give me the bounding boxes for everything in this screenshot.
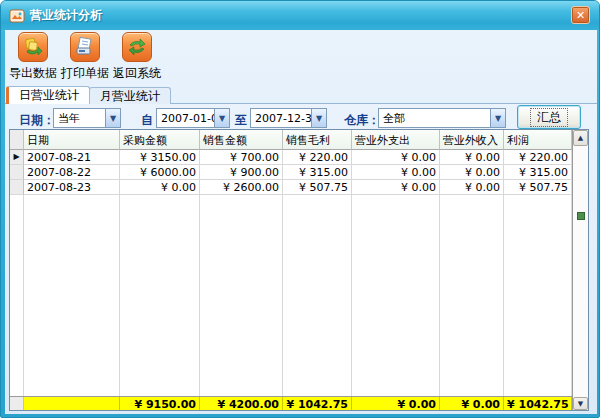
column-header[interactable]: 利润 <box>504 130 572 150</box>
empty-cell <box>120 195 200 396</box>
summary-cell: ¥ 9150.00 <box>120 397 200 410</box>
chevron-down-icon[interactable]: ▼ <box>311 109 326 127</box>
grid-cell[interactable]: 2007-08-21 <box>24 150 120 165</box>
summary-cell: ¥ 1042.75 <box>504 397 572 410</box>
grid-cell[interactable]: ¥ 0.00 <box>352 150 440 165</box>
export-data-icon <box>18 32 48 62</box>
from-date-value: 2007-01-01 <box>157 112 214 125</box>
export-data-label: 导出数据 <box>9 65 57 82</box>
vertical-scrollbar[interactable]: ▲ ▼ <box>572 130 588 410</box>
grid-cell[interactable]: ¥ 220.00 <box>504 150 572 165</box>
table-row[interactable]: 2007-08-22¥ 6000.00¥ 900.00¥ 315.00¥ 0.0… <box>10 165 572 180</box>
current-row-marker[interactable]: ▶ <box>10 150 24 165</box>
return-system-icon <box>122 32 152 62</box>
grid-cell[interactable]: ¥ 0.00 <box>352 180 440 195</box>
return-system-label: 返回系统 <box>113 65 161 82</box>
grid-cell[interactable]: ¥ 220.00 <box>283 150 352 165</box>
grid-cell[interactable]: ¥ 0.00 <box>120 180 200 195</box>
grid-cell[interactable]: ¥ 315.00 <box>504 165 572 180</box>
summary-cell <box>24 397 120 410</box>
return-system-button[interactable]: 返回系统 <box>113 32 161 84</box>
grid-cell[interactable]: ¥ 507.75 <box>504 180 572 195</box>
grid-cell[interactable]: ¥ 315.00 <box>283 165 352 180</box>
tab-monthly-statistics[interactable]: 月营业统计 <box>89 87 171 104</box>
column-header[interactable]: 销售毛利 <box>283 130 352 150</box>
summarize-button-label: 汇总 <box>531 109 567 126</box>
row-selector-header <box>10 130 24 150</box>
print-receipt-button[interactable]: 打印单据 <box>61 32 109 84</box>
empty-cell <box>440 195 504 396</box>
print-receipt-icon <box>70 32 100 62</box>
column-header[interactable]: 销售金额 <box>200 130 283 150</box>
column-header[interactable]: 营业外收入 <box>440 130 504 150</box>
grid-cell[interactable]: ¥ 2600.00 <box>200 180 283 195</box>
grid-header-row: 日期采购金额销售金额销售毛利营业外支出营业外收入利润 <box>10 130 572 150</box>
empty-cell <box>352 195 440 396</box>
column-header[interactable]: 营业外支出 <box>352 130 440 150</box>
empty-cell <box>504 195 572 396</box>
window-title: 营业统计分析 <box>30 7 102 24</box>
summary-row: ¥ 9150.00¥ 4200.00¥ 1042.75¥ 0.00¥ 0.00¥… <box>10 396 572 410</box>
statistics-grid: 日期采购金额销售金额销售毛利营业外支出营业外收入利润▶2007-08-21¥ 3… <box>9 129 589 411</box>
grid-cell[interactable]: ¥ 0.00 <box>352 165 440 180</box>
scroll-down-button[interactable]: ▼ <box>573 397 588 410</box>
row-selector[interactable] <box>10 165 24 180</box>
grid-cell[interactable]: ¥ 3150.00 <box>120 150 200 165</box>
empty-cell <box>24 195 120 396</box>
toolbar: 导出数据 打印单据 <box>5 30 597 85</box>
table-row[interactable]: ▶2007-08-21¥ 3150.00¥ 700.00¥ 220.00¥ 0.… <box>10 150 572 165</box>
to-date-value: 2007-12-31 <box>251 112 311 125</box>
row-selector[interactable] <box>10 180 24 195</box>
grid-cell[interactable]: ¥ 507.75 <box>283 180 352 195</box>
grid-cell[interactable]: ¥ 700.00 <box>200 150 283 165</box>
to-label: 至 <box>235 112 247 129</box>
app-window: 营业统计分析 ✕ 导出数据 <box>0 0 600 418</box>
column-header[interactable]: 采购金额 <box>120 130 200 150</box>
chevron-down-icon[interactable]: ▼ <box>105 109 120 127</box>
empty-cell <box>283 195 352 396</box>
warehouse-label: 仓库： <box>344 112 380 129</box>
scroll-up-button[interactable]: ▲ <box>573 130 588 146</box>
summary-cell: ¥ 0.00 <box>440 397 504 410</box>
date-label: 日期： <box>19 112 55 129</box>
from-label: 自 <box>141 112 153 129</box>
grid-cell[interactable]: 2007-08-23 <box>24 180 120 195</box>
window-content: 导出数据 打印单据 <box>5 30 597 414</box>
grid-table: 日期采购金额销售金额销售毛利营业外支出营业外收入利润▶2007-08-21¥ 3… <box>10 130 572 410</box>
summary-selector <box>10 397 24 410</box>
title-bar[interactable]: 营业统计分析 ✕ <box>1 1 599 30</box>
grid-cell[interactable]: 2007-08-22 <box>24 165 120 180</box>
scrollbar-thumb[interactable] <box>577 212 585 220</box>
print-receipt-label: 打印单据 <box>61 65 109 82</box>
tab-strip: 日营业统计 月营业统计 <box>5 85 597 104</box>
chevron-down-icon[interactable]: ▼ <box>214 109 229 127</box>
date-preset-combobox[interactable]: 当年 ▼ <box>53 108 121 128</box>
export-data-button[interactable]: 导出数据 <box>9 32 57 84</box>
column-header[interactable]: 日期 <box>24 130 120 150</box>
close-button[interactable]: ✕ <box>571 6 590 24</box>
warehouse-combobox[interactable]: 全部 ▼ <box>378 108 506 128</box>
row-selector-filler <box>10 195 24 396</box>
to-date-combobox[interactable]: 2007-12-31 ▼ <box>250 108 327 128</box>
grid-cell[interactable]: ¥ 0.00 <box>440 180 504 195</box>
summary-cell: ¥ 1042.75 <box>283 397 352 410</box>
grid-cell[interactable]: ¥ 0.00 <box>440 165 504 180</box>
grid-cell[interactable]: ¥ 0.00 <box>440 150 504 165</box>
summary-cell: ¥ 0.00 <box>352 397 440 410</box>
summary-cell: ¥ 4200.00 <box>200 397 283 410</box>
chevron-down-icon[interactable]: ▼ <box>490 109 505 127</box>
scrollbar-track[interactable] <box>573 146 588 397</box>
summarize-button[interactable]: 汇总 <box>517 105 581 129</box>
grid-cell[interactable]: ¥ 900.00 <box>200 165 283 180</box>
table-row[interactable]: 2007-08-23¥ 0.00¥ 2600.00¥ 507.75¥ 0.00¥… <box>10 180 572 195</box>
empty-cell <box>200 195 283 396</box>
grid-cell[interactable]: ¥ 6000.00 <box>120 165 200 180</box>
window-icon <box>9 8 25 24</box>
from-date-combobox[interactable]: 2007-01-01 ▼ <box>156 108 230 128</box>
grid-empty-area <box>10 195 572 396</box>
date-preset-value: 当年 <box>54 111 105 126</box>
tab-daily-statistics[interactable]: 日营业统计 <box>6 86 90 104</box>
warehouse-value: 全部 <box>379 111 490 126</box>
